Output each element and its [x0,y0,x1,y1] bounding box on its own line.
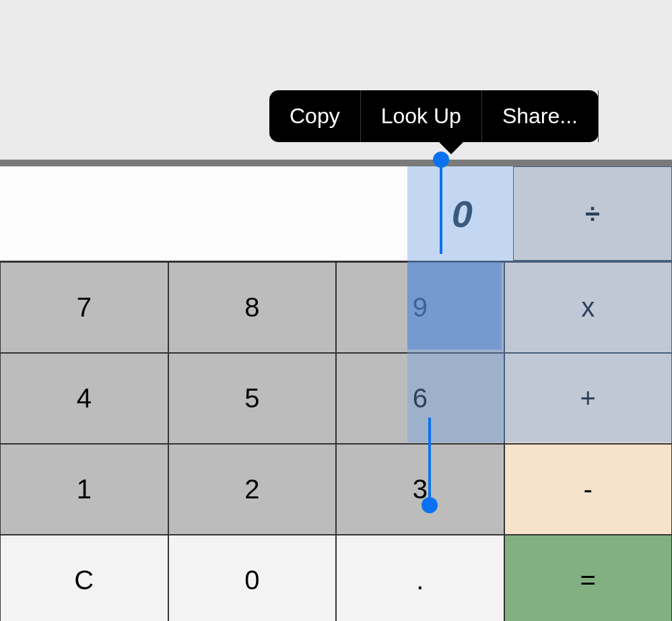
display-row: 0 ÷ [0,166,672,261]
equals-button[interactable]: = [504,535,673,621]
status-area: Copy Look Up Share... [0,0,672,160]
digit-1-button[interactable]: 1 [0,444,168,535]
lookup-menu-item[interactable]: Look Up [361,90,482,142]
digit-5-button[interactable]: 5 [168,353,337,444]
clear-button[interactable]: C [0,535,168,621]
plus-button[interactable]: + [504,353,673,444]
selection-handle-end[interactable] [428,418,431,505]
digit-6-button[interactable]: 6 [336,353,504,444]
digit-4-button[interactable]: 4 [0,353,168,444]
selection-highlight [407,166,492,261]
digit-3-button[interactable]: 3 [336,444,504,535]
menu-tail-icon [438,141,465,154]
selection-handle-start[interactable] [440,160,442,254]
digit-8-button[interactable]: 8 [168,262,337,353]
divider [0,160,672,166]
digit-2-button[interactable]: 2 [168,444,337,535]
copy-menu-item[interactable]: Copy [269,90,361,142]
share-menu-item[interactable]: Share... [482,90,599,142]
digit-0-button[interactable]: 0 [168,535,337,621]
digit-9-button[interactable]: 9 [336,262,504,353]
display-value: 0 [452,192,473,236]
minus-button[interactable]: - [504,444,673,535]
keypad: 7 8 9 x 4 5 6 + 1 2 3 - C 0 . = [0,261,672,621]
multiply-button[interactable]: x [504,262,673,353]
digit-7-button[interactable]: 7 [0,262,168,353]
context-menu: Copy Look Up Share... [269,90,599,142]
calculator-display[interactable]: 0 [0,166,513,261]
divide-button[interactable]: ÷ [513,166,672,261]
decimal-button[interactable]: . [336,535,504,621]
